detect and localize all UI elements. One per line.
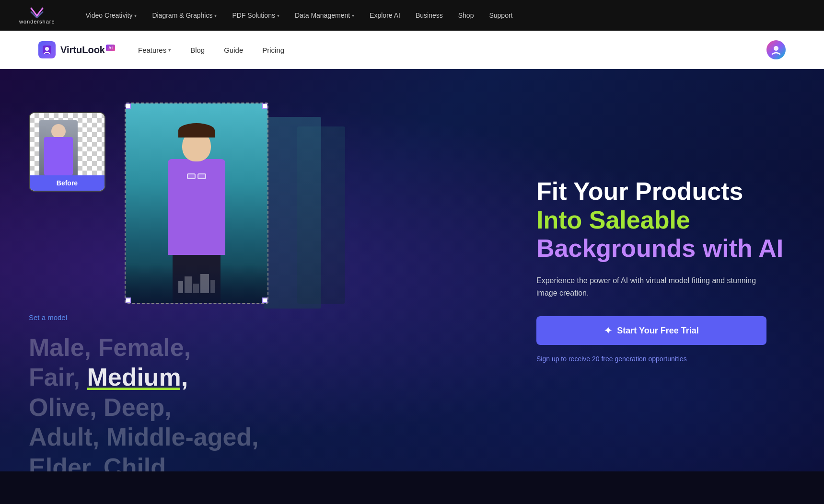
model-options-line3: Olive, Deep, (29, 392, 259, 422)
nav-support[interactable]: Support (481, 0, 520, 31)
main-photo-card[interactable] (125, 103, 268, 304)
top-navigation: wondershare Video Creativity ▾ Diagram &… (0, 0, 824, 31)
nav-data-management[interactable]: Data Management ▾ (287, 0, 362, 31)
cta-button-label: Start Your Free Trial (617, 326, 698, 336)
resize-handle-tr[interactable] (262, 103, 268, 109)
model-options-line2: Fair, Medium, (29, 362, 259, 392)
hero-content: Before (0, 74, 824, 467)
star-icon: ✦ (604, 325, 612, 336)
set-model-link[interactable]: Set a model (29, 313, 67, 321)
before-person-figure (39, 120, 78, 175)
nav-blog[interactable]: Blog (190, 46, 205, 54)
before-image (30, 113, 105, 175)
bg-card-1 (264, 117, 321, 309)
nav-guide[interactable]: Guide (224, 46, 243, 54)
chevron-down-icon: ▾ (214, 13, 217, 18)
before-card: Before (29, 112, 105, 192)
model-head (182, 130, 211, 161)
nav-video-creativity[interactable]: Video Creativity ▾ (78, 0, 145, 31)
virtulook-logo-icon (38, 41, 56, 58)
user-avatar[interactable] (766, 40, 786, 59)
headline-line1: Fit Your Products (536, 177, 743, 205)
nav-explore-ai[interactable]: Explore AI (362, 0, 408, 31)
nav-pdf-solutions[interactable]: PDF Solutions ▾ (224, 0, 287, 31)
svg-point-1 (45, 47, 49, 51)
top-nav-links: Video Creativity ▾ Diagram & Graphics ▾ … (78, 0, 805, 31)
wondershare-logo[interactable]: wondershare (19, 6, 55, 24)
main-photo-background (126, 103, 267, 303)
virtulook-brand[interactable]: VirtuLookAI (38, 41, 115, 58)
resize-handle-tl[interactable] (125, 103, 131, 109)
cta-sub-link[interactable]: Sign up to receive 20 free generation op… (536, 355, 687, 363)
before-label: Before (30, 175, 104, 191)
model-options-line1: Male, Female, (29, 332, 259, 362)
hero-right-panel: Fit Your Products Into Saleable Backgrou… (508, 177, 795, 364)
svg-point-2 (774, 46, 778, 51)
model-options: Male, Female, Fair, Medium, Olive, Deep,… (29, 332, 259, 471)
model-options-line5: Elder, Child (29, 452, 259, 471)
nav-shop[interactable]: Shop (451, 0, 482, 31)
chevron-down-icon: ▾ (168, 47, 171, 53)
headline-line2: Into Saleable (536, 206, 690, 234)
model-body (168, 159, 225, 255)
headline-line3: Backgrounds with AI (536, 234, 783, 262)
hero-left-panel: Before (29, 103, 488, 438)
hero-section: Before (0, 69, 824, 471)
model-options-line4: Adult, Middle-aged, (29, 422, 259, 452)
nav-diagram-graphics[interactable]: Diagram & Graphics ▾ (144, 0, 224, 31)
model-options-highlight: Medium, (87, 363, 188, 391)
second-nav-links: Features ▾ Blog Guide Pricing (138, 46, 743, 54)
resize-handle-bl[interactable] (125, 298, 131, 303)
brand-name: VirtuLookAI (60, 45, 115, 56)
chevron-down-icon: ▾ (277, 13, 279, 18)
nav-pricing[interactable]: Pricing (262, 46, 284, 54)
resize-handle-br[interactable] (262, 298, 268, 303)
nav-business[interactable]: Business (408, 0, 451, 31)
second-navigation: VirtuLookAI Features ▾ Blog Guide Pricin… (0, 31, 824, 69)
hero-headline: Fit Your Products Into Saleable Backgrou… (536, 177, 795, 263)
hero-subtext: Experience the power of AI with virtual … (536, 275, 757, 299)
logo-text: wondershare (19, 19, 55, 24)
ai-badge: AI (106, 45, 115, 51)
chevron-down-icon: ▾ (352, 13, 354, 18)
nav-features[interactable]: Features ▾ (138, 46, 171, 54)
chevron-down-icon: ▾ (134, 13, 137, 18)
cta-button[interactable]: ✦ Start Your Free Trial (536, 316, 766, 345)
